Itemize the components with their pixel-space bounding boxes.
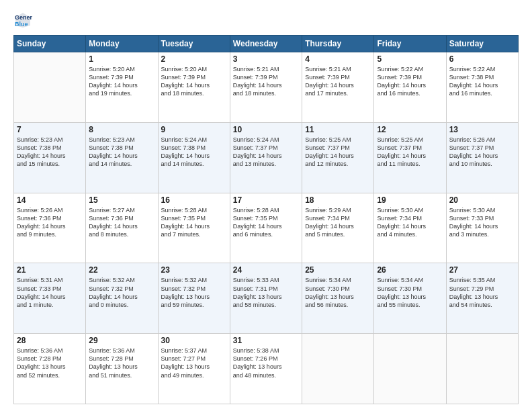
day-number: 11 [305,125,371,134]
day-number: 30 [161,336,227,345]
col-header-thursday: Thursday [302,36,374,52]
day-number: 29 [89,336,154,345]
calendar-cell: 29Sunrise: 5:36 AM Sunset: 7:28 PM Dayli… [86,334,158,404]
day-number: 25 [305,265,371,275]
calendar-cell: 15Sunrise: 5:27 AM Sunset: 7:36 PM Dayli… [86,193,158,263]
col-header-tuesday: Tuesday [158,36,230,52]
cell-info: Sunrise: 5:33 AM Sunset: 7:31 PM Dayligh… [233,276,299,309]
svg-text:Blue: Blue [15,21,28,28]
calendar-week-3: 14Sunrise: 5:26 AM Sunset: 7:36 PM Dayli… [14,193,519,263]
cell-info: Sunrise: 5:24 AM Sunset: 7:37 PM Dayligh… [233,136,299,169]
calendar-week-4: 21Sunrise: 5:31 AM Sunset: 7:33 PM Dayli… [14,263,519,334]
calendar-cell: 1Sunrise: 5:20 AM Sunset: 7:39 PM Daylig… [86,52,158,123]
cell-info: Sunrise: 5:21 AM Sunset: 7:39 PM Dayligh… [233,65,299,98]
calendar-cell: 23Sunrise: 5:32 AM Sunset: 7:32 PM Dayli… [158,263,230,334]
calendar-cell: 2Sunrise: 5:20 AM Sunset: 7:39 PM Daylig… [158,52,230,123]
day-number: 12 [377,125,443,134]
day-number: 2 [161,54,227,64]
cell-info: Sunrise: 5:23 AM Sunset: 7:38 PM Dayligh… [17,136,83,169]
day-number: 9 [161,125,227,134]
calendar-cell: 14Sunrise: 5:26 AM Sunset: 7:36 PM Dayli… [14,193,86,263]
cell-info: Sunrise: 5:26 AM Sunset: 7:36 PM Dayligh… [17,206,83,239]
cell-info: Sunrise: 5:37 AM Sunset: 7:27 PM Dayligh… [161,347,227,379]
day-number: 27 [449,265,515,275]
day-number: 24 [233,265,299,275]
calendar-week-1: 1Sunrise: 5:20 AM Sunset: 7:39 PM Daylig… [14,52,519,123]
day-number: 18 [305,195,371,205]
day-number: 31 [233,336,299,345]
col-header-saturday: Saturday [446,36,518,52]
cell-info: Sunrise: 5:25 AM Sunset: 7:37 PM Dayligh… [305,136,371,169]
day-number: 28 [17,336,83,345]
calendar-cell: 17Sunrise: 5:28 AM Sunset: 7:35 PM Dayli… [230,193,302,263]
day-number: 1 [89,54,154,64]
col-header-friday: Friday [374,36,446,52]
day-number: 22 [89,265,154,275]
calendar-cell: 18Sunrise: 5:29 AM Sunset: 7:34 PM Dayli… [302,193,374,263]
day-number: 4 [305,54,371,64]
calendar-cell: 9Sunrise: 5:24 AM Sunset: 7:38 PM Daylig… [158,122,230,193]
calendar-cell: 22Sunrise: 5:32 AM Sunset: 7:32 PM Dayli… [86,263,158,334]
cell-info: Sunrise: 5:24 AM Sunset: 7:38 PM Dayligh… [161,136,227,169]
svg-text:General: General [15,14,32,21]
cell-info: Sunrise: 5:27 AM Sunset: 7:36 PM Dayligh… [89,206,154,239]
logo: General Blue [13,11,35,30]
day-number: 8 [89,125,154,134]
day-number: 15 [89,195,154,205]
logo-icon: General Blue [13,11,32,30]
col-header-wednesday: Wednesday [230,36,302,52]
calendar-cell: 21Sunrise: 5:31 AM Sunset: 7:33 PM Dayli… [14,263,86,334]
day-number: 10 [233,125,299,134]
calendar-cell [302,334,374,404]
cell-info: Sunrise: 5:36 AM Sunset: 7:28 PM Dayligh… [17,347,83,379]
day-number: 21 [17,265,83,275]
col-header-monday: Monday [86,36,158,52]
calendar-header-row: SundayMondayTuesdayWednesdayThursdayFrid… [14,36,519,52]
cell-info: Sunrise: 5:26 AM Sunset: 7:37 PM Dayligh… [449,136,515,169]
calendar-cell: 25Sunrise: 5:34 AM Sunset: 7:30 PM Dayli… [302,263,374,334]
cell-info: Sunrise: 5:21 AM Sunset: 7:39 PM Dayligh… [305,65,371,98]
calendar-cell: 30Sunrise: 5:37 AM Sunset: 7:27 PM Dayli… [158,334,230,404]
calendar-cell: 8Sunrise: 5:23 AM Sunset: 7:38 PM Daylig… [86,122,158,193]
col-header-sunday: Sunday [14,36,86,52]
day-number: 6 [449,54,515,64]
calendar-cell: 26Sunrise: 5:34 AM Sunset: 7:30 PM Dayli… [374,263,446,334]
day-number: 26 [377,265,443,275]
calendar-cell [374,334,446,404]
calendar-week-2: 7Sunrise: 5:23 AM Sunset: 7:38 PM Daylig… [14,122,519,193]
calendar-cell: 13Sunrise: 5:26 AM Sunset: 7:37 PM Dayli… [446,122,518,193]
cell-info: Sunrise: 5:31 AM Sunset: 7:33 PM Dayligh… [17,276,83,309]
cell-info: Sunrise: 5:22 AM Sunset: 7:39 PM Dayligh… [377,65,443,98]
cell-info: Sunrise: 5:28 AM Sunset: 7:35 PM Dayligh… [161,206,227,239]
day-number: 7 [17,125,83,134]
calendar-cell: 10Sunrise: 5:24 AM Sunset: 7:37 PM Dayli… [230,122,302,193]
cell-info: Sunrise: 5:34 AM Sunset: 7:30 PM Dayligh… [377,276,443,309]
calendar-cell: 19Sunrise: 5:30 AM Sunset: 7:34 PM Dayli… [374,193,446,263]
cell-info: Sunrise: 5:32 AM Sunset: 7:32 PM Dayligh… [161,276,227,309]
calendar-cell: 3Sunrise: 5:21 AM Sunset: 7:39 PM Daylig… [230,52,302,123]
day-number: 20 [449,195,515,205]
header: General Blue [13,11,519,30]
cell-info: Sunrise: 5:20 AM Sunset: 7:39 PM Dayligh… [161,65,227,98]
cell-info: Sunrise: 5:30 AM Sunset: 7:34 PM Dayligh… [377,206,443,239]
calendar-cell: 28Sunrise: 5:36 AM Sunset: 7:28 PM Dayli… [14,334,86,404]
cell-info: Sunrise: 5:23 AM Sunset: 7:38 PM Dayligh… [89,136,154,169]
cell-info: Sunrise: 5:30 AM Sunset: 7:33 PM Dayligh… [449,206,515,239]
calendar-cell [14,52,86,123]
calendar-cell: 4Sunrise: 5:21 AM Sunset: 7:39 PM Daylig… [302,52,374,123]
cell-info: Sunrise: 5:29 AM Sunset: 7:34 PM Dayligh… [305,206,371,239]
day-number: 23 [161,265,227,275]
day-number: 16 [161,195,227,205]
calendar-cell: 7Sunrise: 5:23 AM Sunset: 7:38 PM Daylig… [14,122,86,193]
cell-info: Sunrise: 5:35 AM Sunset: 7:29 PM Dayligh… [449,276,515,309]
cell-info: Sunrise: 5:38 AM Sunset: 7:26 PM Dayligh… [233,347,299,379]
calendar-week-5: 28Sunrise: 5:36 AM Sunset: 7:28 PM Dayli… [14,334,519,404]
calendar-cell: 24Sunrise: 5:33 AM Sunset: 7:31 PM Dayli… [230,263,302,334]
calendar-table: SundayMondayTuesdayWednesdayThursdayFrid… [13,35,519,404]
day-number: 13 [449,125,515,134]
calendar-cell: 12Sunrise: 5:25 AM Sunset: 7:37 PM Dayli… [374,122,446,193]
day-number: 5 [377,54,443,64]
cell-info: Sunrise: 5:25 AM Sunset: 7:37 PM Dayligh… [377,136,443,169]
calendar-cell: 5Sunrise: 5:22 AM Sunset: 7:39 PM Daylig… [374,52,446,123]
cell-info: Sunrise: 5:22 AM Sunset: 7:38 PM Dayligh… [449,65,515,98]
